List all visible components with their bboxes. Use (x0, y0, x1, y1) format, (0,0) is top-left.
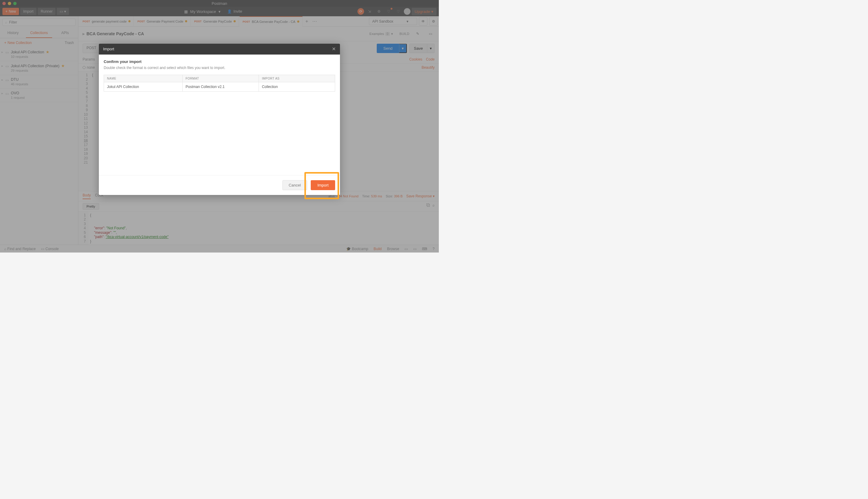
modal-title: Import (103, 47, 114, 51)
confirm-subtext: Double check the format is correct and s… (104, 66, 335, 70)
confirm-heading: Confirm your import (104, 59, 335, 64)
import-modal: Import ✕ Confirm your import Double chec… (99, 44, 340, 195)
close-icon[interactable]: ✕ (332, 47, 336, 51)
th-format: FORMAT (182, 75, 259, 82)
table-row[interactable]: Jokul API Collection Postman Collection … (104, 82, 335, 92)
cancel-button[interactable]: Cancel (282, 180, 307, 190)
import-table: NAME FORMAT IMPORT AS Jokul API Collecti… (104, 75, 335, 92)
import-confirm-button[interactable]: Import (311, 180, 335, 190)
th-import-as: IMPORT AS (259, 75, 335, 82)
th-name: NAME (104, 75, 183, 82)
